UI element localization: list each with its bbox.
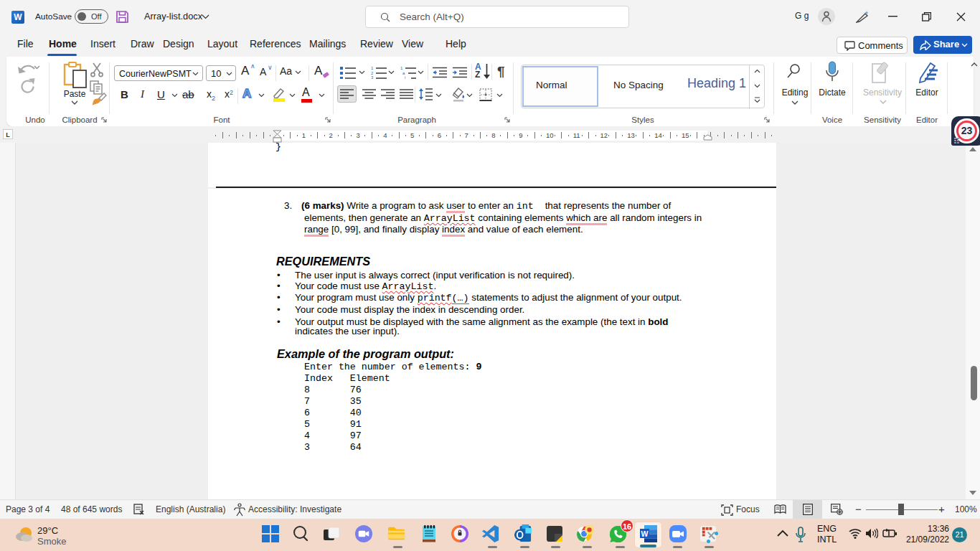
svg-text:i: i [405, 75, 405, 79]
svg-text:1: 1 [371, 66, 374, 70]
svg-text:3: 3 [371, 75, 374, 79]
svg-text:W: W [641, 529, 649, 538]
svg-text:1: 1 [400, 66, 403, 70]
